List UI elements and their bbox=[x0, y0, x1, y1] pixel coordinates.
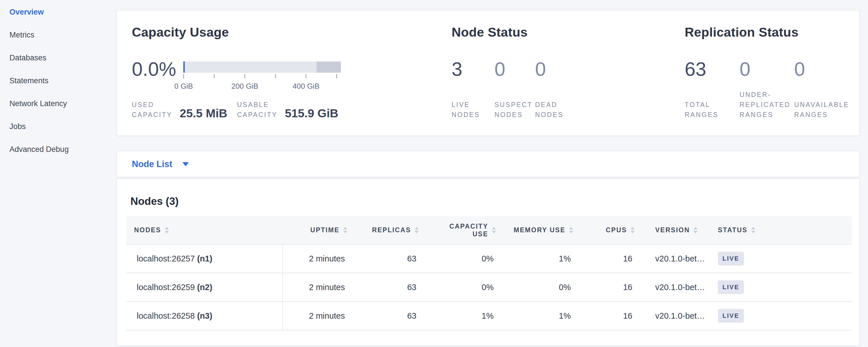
sort-icon bbox=[693, 227, 698, 233]
uptime-cell: 2 minutes bbox=[283, 311, 355, 321]
sidebar-item-databases[interactable]: Databases bbox=[0, 46, 116, 69]
column-header-cpus[interactable]: CPUS bbox=[581, 226, 643, 234]
unavailable-ranges-value: 0 bbox=[794, 59, 849, 79]
usable-capacity-value: 515.9 GiB bbox=[285, 107, 338, 120]
capacity-stats: USED CAPACITY 25.5 MiB USABLE CAPACITY 5… bbox=[132, 100, 338, 120]
usable-capacity-label: USABLE CAPACITY bbox=[237, 100, 277, 120]
nodes-table-card: Nodes (3) NODES UPTIME REPLICAS CAPACITY… bbox=[116, 178, 860, 346]
replicas-cell: 63 bbox=[355, 283, 427, 292]
capacity-axis: 0 GiB 200 GiB 400 GiB bbox=[183, 74, 341, 97]
sidebar-item-metrics[interactable]: Metrics bbox=[0, 24, 116, 46]
node-address-cell[interactable]: localhost:26257 (n1) bbox=[126, 245, 283, 273]
view-selector-card: Node List bbox=[116, 151, 860, 177]
column-header-replicas[interactable]: REPLICAS bbox=[355, 226, 427, 234]
column-header-version[interactable]: VERSION bbox=[643, 226, 710, 234]
nodes-count-title: Nodes (3) bbox=[130, 195, 179, 208]
column-label: CPUS bbox=[606, 226, 627, 234]
sort-icon bbox=[415, 227, 419, 233]
sort-icon bbox=[492, 227, 496, 233]
column-label: UPTIME bbox=[310, 226, 339, 234]
sort-icon bbox=[343, 227, 347, 233]
status-cell: LIVE bbox=[710, 280, 852, 294]
suspect-nodes-stat: 0 SUSPECT NODES bbox=[495, 59, 535, 120]
sort-icon bbox=[165, 227, 169, 233]
axis-tick-label: 400 GiB bbox=[292, 82, 319, 91]
node-address: localhost:26258 bbox=[137, 311, 195, 321]
sidebar-item-advanced-debug[interactable]: Advanced Debug bbox=[0, 138, 116, 161]
node-id: (n3) bbox=[197, 311, 212, 321]
replication-status-title: Replication Status bbox=[685, 25, 799, 40]
dead-nodes-stat: 0 DEAD NODES bbox=[535, 59, 563, 120]
suspect-nodes-value: 0 bbox=[495, 59, 535, 79]
cpus-cell: 16 bbox=[581, 311, 643, 321]
nodes-table-header: NODES UPTIME REPLICAS CAPACITY USE MEMOR… bbox=[126, 216, 852, 245]
chevron-down-icon[interactable] bbox=[183, 162, 189, 166]
node-address: localhost:26259 bbox=[137, 283, 195, 292]
sidebar-item-jobs[interactable]: Jobs bbox=[0, 115, 116, 138]
axis-tick bbox=[275, 74, 276, 78]
table-row-node-2[interactable]: localhost:26259 (n2) 2 minutes 63 0% 0% … bbox=[126, 273, 852, 302]
replicas-cell: 63 bbox=[355, 254, 427, 263]
column-header-nodes[interactable]: NODES bbox=[126, 226, 283, 234]
capacity-bar-used-segment bbox=[183, 62, 185, 73]
replication-status-stats: 63 TOTAL RANGES 0 UNDER- REPLICATED RANG… bbox=[685, 59, 849, 120]
sort-icon bbox=[569, 227, 573, 233]
under-replicated-stat: 0 UNDER- REPLICATED RANGES bbox=[740, 59, 794, 120]
axis-tick bbox=[306, 74, 306, 78]
node-status-title: Node Status bbox=[452, 25, 528, 40]
used-capacity-label: USED CAPACITY bbox=[132, 100, 172, 120]
status-badge: LIVE bbox=[718, 252, 744, 265]
axis-tick bbox=[214, 74, 215, 78]
axis-tick bbox=[183, 74, 184, 78]
sidebar-item-overview[interactable]: Overview bbox=[0, 1, 116, 24]
uptime-cell: 2 minutes bbox=[283, 254, 355, 263]
version-cell: v20.1.0-bet… bbox=[643, 254, 710, 263]
column-label: VERSION bbox=[655, 226, 690, 234]
sidebar-item-network-latency[interactable]: Network Latency bbox=[0, 92, 116, 115]
capacity-used-percent: 0.0% bbox=[132, 59, 176, 79]
column-header-uptime[interactable]: UPTIME bbox=[283, 226, 355, 234]
node-status-stats: 3 LIVE NODES 0 SUSPECT NODES 0 DEAD NODE… bbox=[452, 59, 563, 120]
sidebar-item-statements[interactable]: Statements bbox=[0, 69, 116, 92]
uptime-cell: 2 minutes bbox=[283, 283, 355, 292]
version-cell: v20.1.0-bet… bbox=[643, 283, 710, 292]
sidebar: Overview Metrics Databases Statements Ne… bbox=[0, 0, 116, 347]
sort-icon bbox=[751, 227, 755, 233]
under-replicated-label: UNDER- REPLICATED RANGES bbox=[740, 90, 794, 120]
node-address-cell[interactable]: localhost:26259 (n2) bbox=[126, 273, 283, 301]
node-address-cell[interactable]: localhost:26258 (n3) bbox=[126, 302, 283, 330]
cpus-cell: 16 bbox=[581, 283, 643, 292]
status-badge: LIVE bbox=[718, 280, 744, 294]
cluster-summary-card: Capacity Usage 0.0% 0 GiB 200 GiB 400 Gi… bbox=[116, 10, 860, 136]
capacity-use-cell: 1% bbox=[427, 311, 504, 321]
status-cell: LIVE bbox=[710, 252, 852, 265]
capacity-use-cell: 0% bbox=[427, 254, 504, 263]
column-label: REPLICAS bbox=[372, 226, 411, 234]
column-label: NODES bbox=[134, 226, 161, 234]
node-list-dropdown[interactable]: Node List bbox=[132, 159, 172, 169]
axis-tick bbox=[336, 74, 337, 78]
capacity-usage-title: Capacity Usage bbox=[132, 25, 229, 40]
total-ranges-label: TOTAL RANGES bbox=[685, 100, 740, 120]
replicas-cell: 63 bbox=[355, 311, 427, 321]
column-header-status[interactable]: STATUS bbox=[710, 226, 852, 234]
table-row-node-1[interactable]: localhost:26257 (n1) 2 minutes 63 0% 1% … bbox=[126, 245, 852, 273]
version-cell: v20.1.0-bet… bbox=[643, 311, 710, 321]
column-header-capacity-use[interactable]: CAPACITY USE bbox=[427, 223, 504, 238]
axis-tick-label: 200 GiB bbox=[231, 82, 258, 91]
axis-tick bbox=[245, 74, 245, 78]
unavailable-ranges-stat: 0 UNAVAILABLE RANGES bbox=[794, 59, 849, 120]
table-row-node-3[interactable]: localhost:26258 (n3) 2 minutes 63 1% 1% … bbox=[126, 302, 852, 330]
capacity-bar-reserved-segment bbox=[317, 62, 341, 73]
cpus-cell: 16 bbox=[581, 254, 643, 263]
unavailable-ranges-label: UNAVAILABLE RANGES bbox=[794, 100, 849, 120]
used-capacity-value: 25.5 MiB bbox=[180, 107, 227, 120]
column-label: STATUS bbox=[718, 226, 748, 234]
node-address: localhost:26257 bbox=[137, 254, 195, 263]
memory-use-cell: 0% bbox=[504, 283, 581, 292]
under-replicated-value: 0 bbox=[740, 59, 794, 79]
memory-use-cell: 1% bbox=[504, 311, 581, 321]
dead-nodes-value: 0 bbox=[535, 59, 563, 79]
column-header-memory-use[interactable]: MEMORY USE bbox=[504, 226, 581, 234]
sort-icon bbox=[631, 227, 634, 233]
